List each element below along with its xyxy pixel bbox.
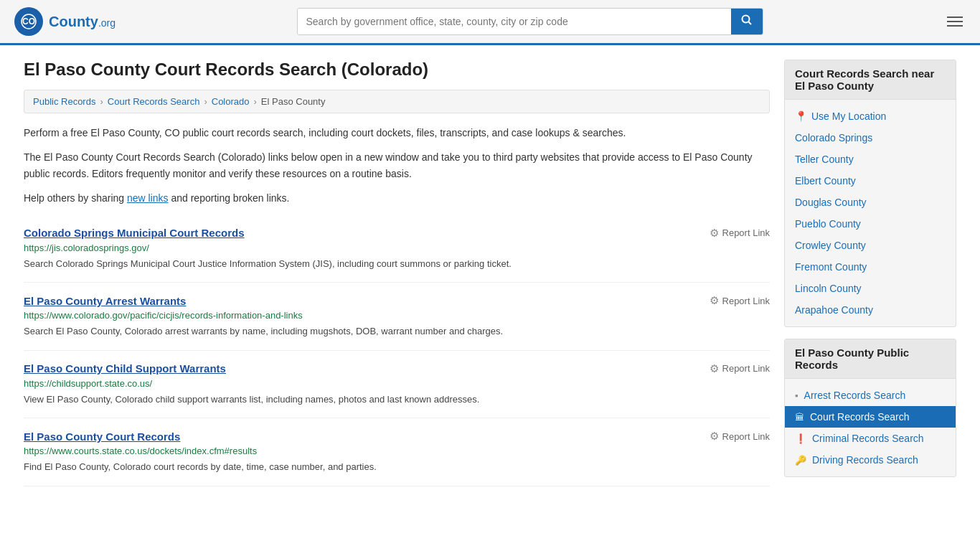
menu-button[interactable]: [944, 14, 966, 29]
record-desc-2: View El Paso County, Colorado child supp…: [24, 392, 770, 407]
breadcrumb-current: El Paso County: [261, 96, 326, 107]
public-records-section-header: El Paso County Public Records: [785, 339, 956, 379]
record-header: El Paso County Child Support Warrants ⚙ …: [24, 362, 770, 375]
breadcrumb-sep-3: ›: [254, 96, 257, 107]
record-title-1[interactable]: El Paso County Arrest Warrants: [24, 295, 186, 307]
nearby-link-5[interactable]: Crowley County: [785, 235, 956, 256]
report-link-0[interactable]: ⚙ Report Link: [710, 227, 770, 240]
nearby-links: Colorado SpringsTeller CountyElbert Coun…: [785, 127, 956, 321]
record-item: El Paso County Arrest Warrants ⚙ Report …: [24, 283, 770, 351]
desc-para-3: Help others by sharing new links and rep…: [24, 190, 770, 206]
svg-text:CO: CO: [22, 17, 35, 27]
svg-point-2: [742, 16, 749, 23]
public-records-link-0[interactable]: ▪Arrest Records Search: [785, 385, 956, 406]
nearby-link-4[interactable]: Pueblo County: [785, 213, 956, 235]
search-input[interactable]: [298, 9, 731, 34]
nearby-link-0[interactable]: Colorado Springs: [785, 127, 956, 149]
new-links-link[interactable]: new links: [127, 192, 169, 204]
logo-area: CO County.org: [14, 7, 116, 36]
breadcrumb-public-records[interactable]: Public Records: [33, 96, 95, 107]
report-link-1[interactable]: ⚙ Report Link: [710, 294, 770, 307]
record-url-2[interactable]: https://childsupport.state.co.us/: [24, 378, 770, 389]
report-icon-1: ⚙: [710, 294, 719, 307]
sidebar-link-icon-2: ❗: [795, 433, 806, 444]
nearby-section-header: Court Records Search near El Paso County: [785, 60, 956, 100]
breadcrumb-sep-2: ›: [204, 96, 207, 107]
use-my-location[interactable]: 📍 Use My Location: [785, 105, 956, 127]
search-box: [297, 8, 763, 35]
public-records-section-body: ▪Arrest Records Search🏛Court Records Sea…: [785, 379, 956, 476]
nearby-section-body: 📍 Use My Location Colorado SpringsTeller…: [785, 100, 956, 326]
record-header: El Paso County Court Records ⚙ Report Li…: [24, 430, 770, 443]
public-records-section: El Paso County Public Records ▪Arrest Re…: [784, 339, 956, 477]
search-button[interactable]: [731, 9, 763, 34]
record-desc-0: Search Colorado Springs Municipal Court …: [24, 257, 770, 271]
public-records-link-1[interactable]: 🏛Court Records Search: [785, 406, 956, 428]
sidebar: Court Records Search near El Paso County…: [784, 60, 956, 489]
logo-icon: CO: [14, 7, 43, 36]
report-icon-0: ⚙: [710, 227, 719, 240]
location-icon: 📍: [795, 110, 807, 122]
report-link-3[interactable]: ⚙ Report Link: [710, 430, 770, 443]
public-records-links: ▪Arrest Records Search🏛Court Records Sea…: [785, 385, 956, 471]
record-header: Colorado Springs Municipal Court Records…: [24, 227, 770, 240]
public-records-link-3[interactable]: 🔑Driving Records Search: [785, 449, 956, 471]
report-link-2[interactable]: ⚙ Report Link: [710, 362, 770, 375]
records-container: Colorado Springs Municipal Court Records…: [24, 215, 770, 486]
breadcrumb-colorado[interactable]: Colorado: [212, 96, 250, 107]
record-url-3[interactable]: https://www.courts.state.co.us/dockets/i…: [24, 446, 770, 456]
desc-para-1: Perform a free El Paso County, CO public…: [24, 125, 770, 141]
nearby-link-1[interactable]: Teller County: [785, 149, 956, 170]
page-title: El Paso County Court Records Search (Col…: [24, 60, 770, 80]
nearby-link-3[interactable]: Douglas County: [785, 192, 956, 213]
report-icon-3: ⚙: [710, 430, 719, 443]
nearby-link-6[interactable]: Fremont County: [785, 256, 956, 278]
main-content: El Paso County Court Records Search (Col…: [9, 45, 971, 503]
svg-line-3: [748, 22, 751, 25]
record-desc-3: Find El Paso County, Colorado court reco…: [24, 460, 770, 474]
sidebar-link-icon-3: 🔑: [795, 455, 806, 466]
report-icon-2: ⚙: [710, 362, 719, 375]
search-area: [297, 8, 763, 35]
nearby-link-2[interactable]: Elbert County: [785, 170, 956, 192]
logo-text: County.org: [49, 14, 116, 29]
record-header: El Paso County Arrest Warrants ⚙ Report …: [24, 294, 770, 307]
breadcrumb-court-records-search[interactable]: Court Records Search: [108, 96, 200, 107]
record-title-3[interactable]: El Paso County Court Records: [24, 430, 180, 443]
nearby-section: Court Records Search near El Paso County…: [784, 60, 956, 327]
record-url-1[interactable]: https://www.colorado.gov/pacific/cicjis/…: [24, 310, 770, 321]
desc-para-2: The El Paso County Court Records Search …: [24, 149, 770, 182]
record-url-0[interactable]: https://jis.coloradosprings.gov/: [24, 242, 770, 253]
nearby-link-8[interactable]: Arapahoe County: [785, 299, 956, 321]
record-title-0[interactable]: Colorado Springs Municipal Court Records: [24, 227, 245, 239]
nearby-link-7[interactable]: Lincoln County: [785, 278, 956, 299]
sidebar-link-icon-1: 🏛: [795, 412, 804, 423]
content-area: El Paso County Court Records Search (Col…: [24, 60, 770, 489]
record-title-2[interactable]: El Paso County Child Support Warrants: [24, 362, 226, 375]
breadcrumb-sep-1: ›: [100, 96, 103, 107]
header: CO County.org: [0, 0, 980, 45]
breadcrumb: Public Records › Court Records Search › …: [24, 90, 770, 113]
public-records-link-2[interactable]: ❗Criminal Records Search: [785, 428, 956, 449]
record-desc-1: Search El Paso County, Colorado arrest w…: [24, 324, 770, 339]
record-item: Colorado Springs Municipal Court Records…: [24, 215, 770, 283]
sidebar-link-icon-0: ▪: [795, 390, 798, 401]
record-item: El Paso County Court Records ⚙ Report Li…: [24, 418, 770, 486]
record-item: El Paso County Child Support Warrants ⚙ …: [24, 351, 770, 419]
